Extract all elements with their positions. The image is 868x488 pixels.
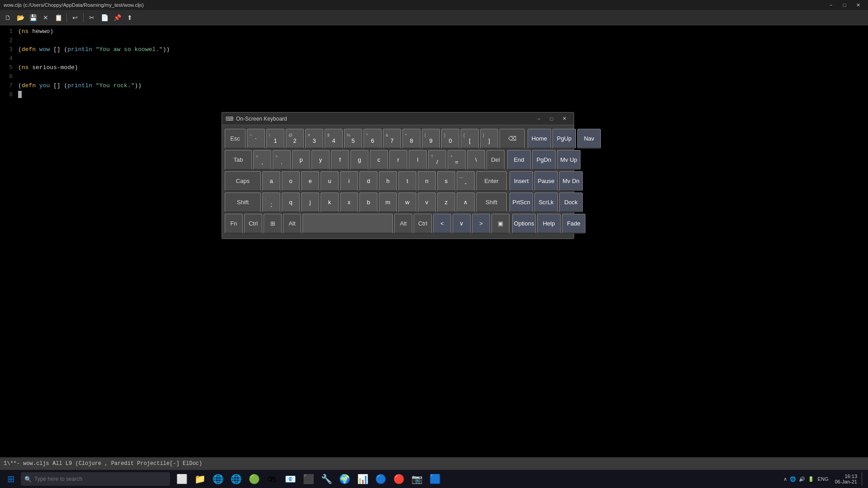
save-as-button[interactable]: 📋 [52, 12, 64, 23]
taskbar-app-taskview[interactable]: ⬜ [173, 470, 191, 488]
osk-key-tab[interactable]: Tab [225, 150, 252, 170]
taskbar-app-edge[interactable]: 🌐 [209, 470, 227, 488]
osk-key-space[interactable] [302, 214, 393, 234]
minimize-button[interactable]: − [825, 1, 837, 9]
osk-key-insert[interactable]: Insert [509, 171, 533, 191]
osk-key-win[interactable]: ⊞ [264, 214, 282, 234]
osk-key-r[interactable]: r [389, 150, 407, 170]
osk-window[interactable]: ⌨ On-Screen Keyboard − □ ✕ Esc ~` !1 @2 … [222, 112, 574, 239]
osk-key-equals[interactable]: += [448, 150, 466, 170]
osk-key-del[interactable]: Del [486, 150, 505, 170]
osk-key-s[interactable]: s [437, 171, 455, 191]
taskbar-app-photo[interactable]: 📷 [408, 470, 426, 488]
osk-key-u[interactable]: u [321, 171, 339, 191]
osk-key-semicolon[interactable]: :; [262, 192, 280, 212]
osk-maximize-button[interactable]: □ [546, 114, 557, 123]
start-button[interactable]: ⊞ [2, 470, 20, 488]
osk-key-dock[interactable]: Dock [559, 192, 583, 212]
osk-key-6[interactable]: ^6 [363, 129, 382, 149]
osk-minimize-button[interactable]: − [533, 114, 545, 123]
undo-button[interactable]: ↩ [69, 12, 81, 23]
taskbar-app-browser3[interactable]: 🔴 [390, 470, 408, 488]
osk-key-backtick[interactable]: ~` [247, 129, 265, 149]
osk-key-options[interactable]: Options [512, 214, 536, 234]
taskbar-app-terminal[interactable]: ⬛ [299, 470, 317, 488]
osk-key-n[interactable]: n [418, 171, 436, 191]
osk-key-p[interactable]: p [292, 150, 310, 170]
osk-key-2[interactable]: @2 [286, 129, 304, 149]
osk-key-shift-right[interactable]: Shift [476, 192, 507, 212]
taskbar-app-ie[interactable]: 🌐 [227, 470, 245, 488]
osk-key-alt-left[interactable]: Alt [283, 214, 301, 234]
osk-key-arrow-down[interactable]: ∨ [453, 214, 471, 234]
osk-key-arrow-left[interactable]: < [433, 214, 451, 234]
osk-key-context[interactable]: ▣ [491, 214, 509, 234]
osk-key-home[interactable]: Home [528, 129, 551, 149]
taskbar-app-mail[interactable]: 📧 [281, 470, 299, 488]
taskbar-app-tool[interactable]: 🔧 [317, 470, 335, 488]
osk-key-y[interactable]: y [311, 150, 330, 170]
osk-key-lbracket[interactable]: {[ [461, 129, 479, 149]
osk-key-pgdn[interactable]: PgDn [532, 150, 556, 170]
osk-key-e[interactable]: e [301, 171, 319, 191]
taskbar-app-clj[interactable]: 🔵 [372, 470, 390, 488]
osk-key-prtscn[interactable]: PrtScn [509, 192, 533, 212]
osk-key-ctrl-left[interactable]: Ctrl [244, 214, 262, 234]
open-file-button[interactable]: 📂 [14, 12, 26, 23]
osk-key-enter[interactable]: Enter [476, 171, 507, 191]
osk-key-rbracket[interactable]: }] [480, 129, 498, 149]
osk-key-ctrl-right[interactable]: Ctrl [414, 214, 432, 234]
osk-key-8[interactable]: *8 [402, 129, 420, 149]
osk-key-shift-left[interactable]: Shift [225, 192, 261, 212]
osk-key-backslash[interactable]: \ [467, 150, 485, 170]
osk-key-pause[interactable]: Pause [534, 171, 558, 191]
osk-key-q[interactable]: q [282, 192, 300, 212]
osk-key-t[interactable]: t [398, 171, 416, 191]
osk-key-k[interactable]: k [321, 192, 339, 212]
export-button[interactable]: ⬆ [124, 12, 136, 23]
osk-key-g[interactable]: g [350, 150, 368, 170]
osk-key-dash[interactable]: —- [457, 171, 475, 191]
tray-chevron[interactable]: ∧ [783, 476, 787, 482]
osk-key-z[interactable]: z [437, 192, 455, 212]
osk-key-nav[interactable]: Nav [577, 129, 601, 149]
osk-key-i[interactable]: i [340, 171, 358, 191]
osk-key-l[interactable]: l [409, 150, 427, 170]
osk-key-backspace[interactable]: ⌫ [500, 129, 525, 149]
taskbar-app-globe[interactable]: 🌍 [335, 470, 354, 488]
cut-button[interactable]: ✂ [86, 12, 98, 23]
new-file-button[interactable]: 🗋 [2, 12, 14, 23]
osk-key-caret[interactable]: ∧ [457, 192, 475, 212]
taskbar-app-misc[interactable]: 🟦 [426, 470, 444, 488]
osk-close-button[interactable]: ✕ [558, 114, 570, 123]
taskbar-app-greenapp[interactable]: 🟢 [245, 470, 263, 488]
taskbar-search-input[interactable] [21, 472, 170, 486]
osk-key-d[interactable]: d [359, 171, 377, 191]
osk-key-alt-right[interactable]: Alt [394, 214, 412, 234]
taskbar-app-explorer[interactable]: 📁 [191, 470, 209, 488]
save-button[interactable]: 💾 [27, 12, 39, 23]
osk-key-m[interactable]: m [379, 192, 397, 212]
osk-key-esc[interactable]: Esc [225, 129, 245, 149]
osk-key-fn[interactable]: Fn [225, 214, 243, 234]
editor[interactable]: 1 (ns hewwo) 2 3 (defn wow [] (println "… [0, 25, 868, 457]
copy-button[interactable]: 📄 [99, 12, 110, 23]
osk-key-caps[interactable]: Caps [225, 171, 261, 191]
osk-key-x[interactable]: x [340, 192, 358, 212]
osk-key-7[interactable]: &7 [383, 129, 401, 149]
close-button[interactable]: ✕ [852, 1, 864, 9]
osk-key-mvup[interactable]: Mv Up [557, 150, 580, 170]
osk-key-scrlk[interactable]: ScrLk [534, 192, 558, 212]
osk-key-mvdn[interactable]: Mv Dn [559, 171, 583, 191]
osk-key-4[interactable]: $4 [325, 129, 343, 149]
clock[interactable]: 16:13 06-Jan-21 [832, 474, 860, 484]
osk-key-1[interactable]: !1 [266, 129, 284, 149]
osk-key-h[interactable]: h [379, 171, 397, 191]
osk-key-fade[interactable]: Fade [562, 214, 585, 234]
osk-key-5[interactable]: %5 [344, 129, 362, 149]
osk-key-a[interactable]: a [262, 171, 280, 191]
show-desktop-button[interactable] [862, 472, 864, 486]
maximize-button[interactable]: □ [838, 1, 851, 9]
taskbar-app-store[interactable]: 🛍 [263, 470, 281, 488]
osk-key-9[interactable]: (9 [422, 129, 440, 149]
